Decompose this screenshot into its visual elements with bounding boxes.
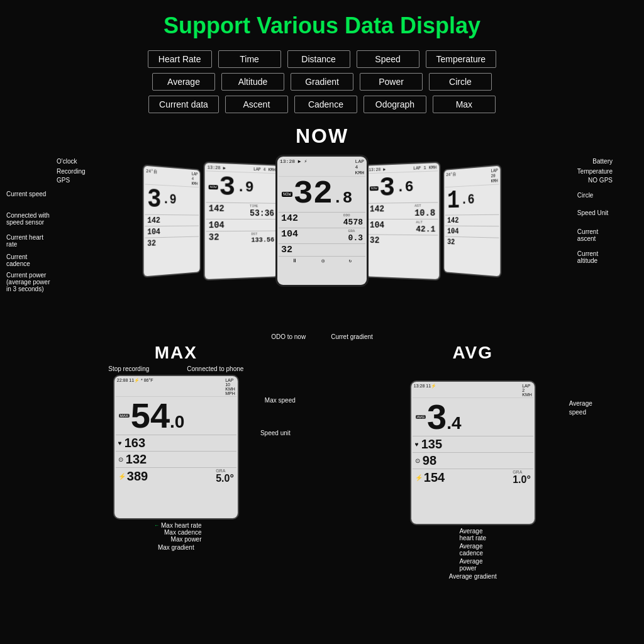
annotation-avg-speed: Averagespeed — [569, 399, 592, 417]
device-right1: 13:28 ▶LAP 1 KMH NOW 3 .6 142 AST10.8 10… — [365, 161, 441, 280]
annotation-no-gps: NO GPS — [577, 177, 613, 184]
data-tags-section: Heart RateTimeDistanceSpeedTemperature A… — [0, 50, 644, 113]
data-tag-speed: Speed — [357, 50, 419, 68]
annotation-recording: Recording — [57, 168, 86, 175]
annotation-max-cadence: Max cadence — [164, 529, 201, 536]
annotation-circle: Circle — [577, 192, 638, 199]
annotation-max-speed: Max speed — [265, 394, 296, 408]
avg-device: 13:28 11⚡ LAP2KMH AVG 3.4 ♥ 135 ⊙ 98 — [410, 380, 536, 525]
annotation-speed-unit: Speed Unit — [577, 209, 638, 216]
data-tag-max: Max — [433, 96, 496, 113]
data-tag-distance: Distance — [287, 50, 350, 68]
annotation-speed-unit-max: Speed unit — [260, 426, 291, 440]
annotation-stop-recording: Stop recording — [108, 365, 149, 372]
data-tag-circle: Circle — [429, 73, 492, 91]
data-tag-odograph: Odograph — [364, 96, 426, 113]
annotation-current-speed: Current speed — [6, 191, 86, 197]
data-tag-current-data: Current data — [148, 96, 219, 113]
max-device: 22:88 11⚡ * 86°F LAP10KMHMPH MAX 54.0 ♥ … — [113, 375, 239, 519]
annotation-max-hr: Max heart rate — [161, 522, 201, 529]
annotation-temperature-now: Temperature — [577, 168, 613, 175]
annotation-connected-phone: Connected to phone — [187, 365, 243, 372]
annotation-odo-to-now: ODO to now — [271, 333, 306, 340]
annotation-max-power: Max power — [171, 536, 202, 543]
device-main: 13:28 ▶ ⚡LAP4KMH NOW 32.8 142 ODO4578 10… — [275, 155, 369, 287]
max-title: MAX — [155, 343, 197, 363]
data-tag-gradient: Gradient — [291, 73, 353, 91]
annotation-gps: GPS — [57, 177, 86, 184]
annotation-current-gradient: Curret gradient — [331, 333, 373, 340]
page-title: Support Various Data Display — [0, 0, 644, 50]
annotation-cadence-now: Currentcadence — [6, 253, 86, 267]
tags-row-1: Heart RateTimeDistanceSpeedTemperature — [148, 50, 496, 68]
data-tag-power: Power — [360, 73, 423, 91]
device-left2: 24°自LAP4KMH 3 .9 142 104 32 — [143, 164, 201, 277]
data-tag-altitude: Altitude — [221, 73, 284, 91]
device-right2: 24°自LAP20KMH 1 .6 142 104 32 — [443, 164, 501, 277]
avg-title: AVG — [452, 343, 493, 363]
device-left1: 13:28 ▶LAP 4 KMH NOW 3 .9 142 TIME53:36 … — [204, 161, 279, 280]
data-tag-heart-rate: Heart Rate — [148, 50, 212, 68]
annotation-battery: Battery — [577, 158, 613, 165]
now-container: O'clock Recording GPS Current speed Conn… — [0, 152, 644, 340]
annotation-avg-cadence: Averagecadence — [459, 543, 486, 557]
tags-row-2: AverageAltitudeGradientPowerCircle — [152, 73, 492, 91]
annotation-current-ascent: Currentascent — [577, 228, 638, 242]
data-tag-ascent: Ascent — [225, 96, 288, 113]
data-tag-temperature: Temperature — [426, 50, 497, 68]
data-tag-average: Average — [152, 73, 215, 91]
now-title: NOW — [0, 125, 644, 148]
annotation-current-altitude: Currentaltitude — [577, 250, 638, 264]
annotation-heart-rate-now: Current heartrate — [6, 234, 86, 248]
tags-row-3: Current dataAscentCadenceOdographMax — [148, 96, 496, 113]
annotation-avg-hr: Averageheart rate — [459, 528, 486, 541]
annotation-max-gradient: Max gradient — [158, 544, 194, 551]
data-tag-cadence: Cadence — [294, 96, 357, 113]
annotation-avg-gradient: Average gradient — [449, 573, 497, 580]
annotation-oclock: O'clock — [57, 158, 86, 165]
annotation-avg-power: Averagepower — [459, 558, 486, 572]
annotation-connected-speed: Connected withspeed sensor — [6, 212, 86, 226]
annotation-power-now: Current power(average powerin 3 seconds) — [6, 272, 86, 292]
data-tag-time: Time — [218, 50, 281, 68]
